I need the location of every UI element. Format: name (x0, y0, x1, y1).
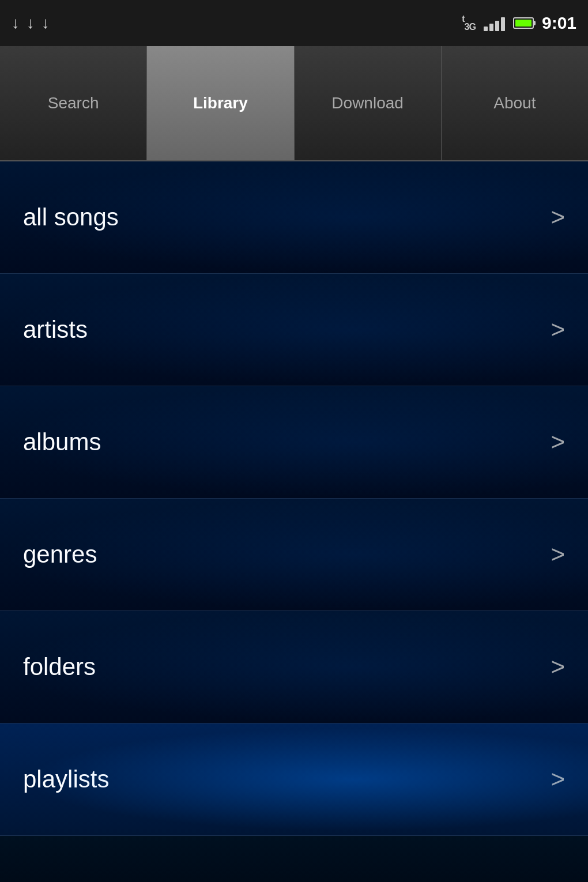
download-arrow-1: ↓ (12, 14, 20, 32)
tab-bar: Search Library Download About (0, 46, 588, 161)
signal-bar-4 (501, 17, 505, 31)
tab-search-label: Search (48, 94, 99, 112)
folders-label: folders (23, 653, 96, 681)
all-songs-arrow-icon: > (551, 203, 565, 231)
signal-bar-1 (484, 27, 488, 31)
signal-bar-3 (495, 21, 499, 31)
artists-arrow-icon: > (551, 316, 565, 344)
playlists-arrow-icon: > (551, 766, 565, 793)
download-arrow-2: ↓ (27, 14, 35, 32)
list-item-all-songs[interactable]: all songs > (0, 161, 588, 274)
tab-library[interactable]: Library (147, 46, 294, 160)
albums-arrow-icon: > (551, 428, 565, 456)
list-item-albums[interactable]: albums > (0, 386, 588, 499)
signal-bar-2 (489, 24, 493, 31)
tab-search[interactable]: Search (0, 46, 147, 160)
list-item-genres[interactable]: genres > (0, 499, 588, 611)
list-item-playlists[interactable]: playlists > (0, 723, 588, 836)
status-icons: t3G 9:01 (462, 13, 576, 33)
genres-arrow-icon: > (551, 541, 565, 568)
battery-icon (513, 17, 534, 29)
all-songs-label: all songs (23, 203, 119, 231)
tab-library-label: Library (193, 94, 248, 112)
battery-fill (515, 20, 532, 27)
library-list: all songs > artists > albums > genres > … (0, 161, 588, 882)
notification-icons: ↓ ↓ ↓ (12, 14, 50, 32)
tab-about-label: About (493, 94, 536, 112)
bottom-area (0, 836, 588, 882)
playlists-label: playlists (23, 766, 109, 793)
list-item-folders[interactable]: folders > (0, 611, 588, 723)
clock: 9:01 (542, 13, 576, 33)
signal-strength-icon (484, 15, 505, 31)
genres-label: genres (23, 541, 97, 568)
folders-arrow-icon: > (551, 653, 565, 681)
artists-label: artists (23, 316, 88, 344)
list-item-artists[interactable]: artists > (0, 274, 588, 386)
network-type-icon: t3G (462, 14, 476, 32)
status-bar: ↓ ↓ ↓ t3G 9:01 (0, 0, 588, 46)
tab-download-label: Download (331, 94, 404, 112)
albums-label: albums (23, 428, 101, 456)
download-arrow-3: ↓ (42, 14, 50, 32)
tab-about[interactable]: About (442, 46, 588, 160)
tab-download[interactable]: Download (295, 46, 442, 160)
